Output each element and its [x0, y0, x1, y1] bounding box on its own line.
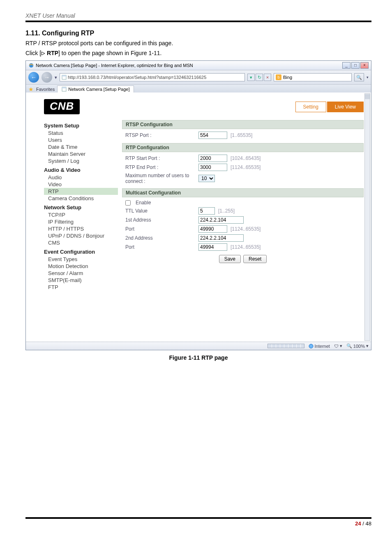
- search-options-icon[interactable]: ▾: [367, 75, 369, 79]
- minimize-button[interactable]: _: [342, 62, 350, 69]
- sidebar-item-camera-conditions[interactable]: Camera Conditions: [44, 195, 118, 202]
- zoom-dropdown-icon[interactable]: ▾: [366, 343, 369, 349]
- nav-forward-button[interactable]: →: [42, 72, 52, 83]
- addr1-input[interactable]: [198, 216, 244, 224]
- sidebar-group-system: System Setup: [44, 123, 118, 129]
- sidebar-item-systemlog[interactable]: System / Log: [44, 157, 118, 164]
- sidebar-item-datetime[interactable]: Date & Time: [44, 143, 118, 150]
- window-titlebar: Network Camera [Setup Page] - Internet E…: [26, 61, 371, 70]
- close-button[interactable]: ×: [360, 62, 369, 69]
- setting-tab[interactable]: Setting: [295, 102, 326, 112]
- search-button[interactable]: 🔍: [354, 73, 364, 81]
- search-field[interactable]: b Bing: [274, 73, 352, 81]
- url-text: http://193.168.0.73/html/operator/Setup.…: [68, 75, 243, 80]
- sidebar-item-sensor[interactable]: Sensor / Alarm: [44, 270, 118, 277]
- favorites-label[interactable]: Favorites: [36, 87, 55, 92]
- port1-hint: [1124..65535]: [231, 226, 261, 232]
- sidebar-item-upnp[interactable]: UPnP / DDNS / Bonjour: [44, 232, 118, 239]
- sidebar-item-ipfiltering[interactable]: IP Filtering: [44, 218, 118, 225]
- bing-icon: b: [276, 74, 281, 80]
- intro-text-a: Click [: [25, 50, 41, 56]
- brand-logo: CNB: [44, 99, 80, 114]
- compat-view-icon[interactable]: ▾: [247, 74, 255, 81]
- intro-text-b: RTP: [45, 50, 58, 56]
- rtp-end-label: RTP End Port :: [125, 164, 195, 170]
- page-current: 24: [355, 520, 361, 527]
- rtsp-section-header: RTSP Configuration: [122, 120, 364, 129]
- reset-button[interactable]: Reset: [243, 255, 267, 263]
- zoom-level[interactable]: 100%: [353, 344, 365, 349]
- vertical-scrollbar[interactable]: [364, 93, 370, 341]
- page-footer: 24 / 48: [25, 517, 371, 527]
- rtp-start-input[interactable]: [198, 155, 227, 162]
- sidebar-item-users[interactable]: Users: [44, 136, 118, 143]
- maximize-button[interactable]: □: [351, 62, 360, 69]
- rtp-start-label: RTP Start Port :: [125, 155, 195, 161]
- sidebar-item-audio[interactable]: Audio: [44, 174, 118, 181]
- live-view-tab[interactable]: Live View: [327, 102, 364, 112]
- window-title: Network Camera [Setup Page] - Internet E…: [36, 63, 193, 68]
- svg-rect-3: [62, 75, 66, 76]
- stop-button[interactable]: ×: [264, 74, 271, 81]
- triangle-icon: [41, 51, 45, 56]
- page-content: CNB Setting Live View System Setup Statu…: [26, 92, 371, 342]
- port1-input[interactable]: [198, 225, 227, 233]
- sidebar-item-cms[interactable]: CMS: [44, 239, 118, 246]
- page-sep: /: [361, 520, 366, 527]
- sidebar-item-smtp[interactable]: SMTP(E-mail): [44, 277, 118, 284]
- sidebar-item-motion[interactable]: Motion Detection: [44, 263, 118, 270]
- rtp-end-hint: [1124..65535]: [231, 164, 261, 170]
- rtsp-port-input[interactable]: [198, 132, 227, 139]
- rtp-start-hint: [1024..65435]: [231, 155, 261, 161]
- sidebar-item-status[interactable]: Status: [44, 130, 118, 136]
- sidebar-item-rtp[interactable]: RTP: [44, 188, 118, 195]
- svg-marker-0: [42, 52, 45, 55]
- url-field[interactable]: http://193.168.0.73/html/operator/Setup.…: [60, 73, 245, 81]
- port2-hint: [1124..65535]: [231, 244, 261, 250]
- port1-label: Port: [125, 226, 195, 232]
- addr2-label: 2nd Address: [125, 235, 195, 241]
- max-users-label: Maximum number of users to connect :: [125, 173, 195, 184]
- sidebar-group-network: Network Setup: [44, 204, 118, 210]
- sidebar-item-event-types[interactable]: Event Types: [44, 256, 118, 263]
- ttl-hint: [1..255]: [218, 208, 235, 214]
- tab-label: Network Camera [Setup Page]: [68, 87, 129, 92]
- port2-input[interactable]: [198, 243, 227, 251]
- port2-label: Port: [125, 244, 195, 250]
- ttl-input[interactable]: [198, 207, 215, 215]
- refresh-button[interactable]: ↻: [256, 74, 263, 81]
- enable-checkbox[interactable]: [125, 200, 131, 206]
- main-panel: RTSP Configuration RTSP Port : [1..65535…: [122, 120, 364, 291]
- sidebar-item-tcpip[interactable]: TCP/IP: [44, 211, 118, 218]
- history-dropdown-icon[interactable]: ▾: [55, 75, 57, 80]
- rtp-end-input[interactable]: [198, 164, 227, 171]
- browser-tab[interactable]: Network Camera [Setup Page]: [57, 86, 134, 92]
- status-bar: Internet 🛡 ▾ 🔍 100% ▾: [26, 342, 371, 350]
- globe-icon: [309, 344, 314, 349]
- zoom-icon[interactable]: 🔍: [346, 343, 352, 349]
- protected-mode-icon[interactable]: 🛡: [334, 344, 339, 349]
- enable-label: Enable: [136, 200, 151, 206]
- favorites-star-icon[interactable]: ★: [28, 86, 34, 92]
- status-sep: ▾: [340, 343, 342, 349]
- doc-header: XNET User Manual: [25, 12, 371, 19]
- progress-indicator: [267, 344, 304, 348]
- intro-text-c: ] to open the page shown in Figure 1-11.: [58, 50, 161, 56]
- sidebar-item-ftp[interactable]: FTP: [44, 284, 118, 291]
- nav-back-button[interactable]: ←: [28, 72, 39, 83]
- sidebar: System Setup Status Users Date & Time Ma…: [44, 120, 118, 291]
- max-users-select[interactable]: 10: [198, 175, 215, 182]
- sidebar-item-video[interactable]: Video: [44, 181, 118, 188]
- search-engine-label: Bing: [283, 75, 292, 80]
- addr2-input[interactable]: [198, 234, 244, 242]
- tab-page-icon: [62, 87, 67, 92]
- header-rule: [25, 21, 371, 22]
- page-total: 48: [366, 520, 371, 527]
- rtsp-port-label: RTSP Port :: [125, 132, 195, 138]
- sidebar-item-maintain[interactable]: Maintain Server: [44, 150, 118, 157]
- addr1-label: 1st Address: [125, 217, 195, 223]
- sidebar-group-av: Audio & Video: [44, 167, 118, 173]
- save-button[interactable]: Save: [219, 255, 241, 263]
- sidebar-item-http[interactable]: HTTP / HTTPS: [44, 225, 118, 232]
- security-zone: Internet: [315, 344, 330, 349]
